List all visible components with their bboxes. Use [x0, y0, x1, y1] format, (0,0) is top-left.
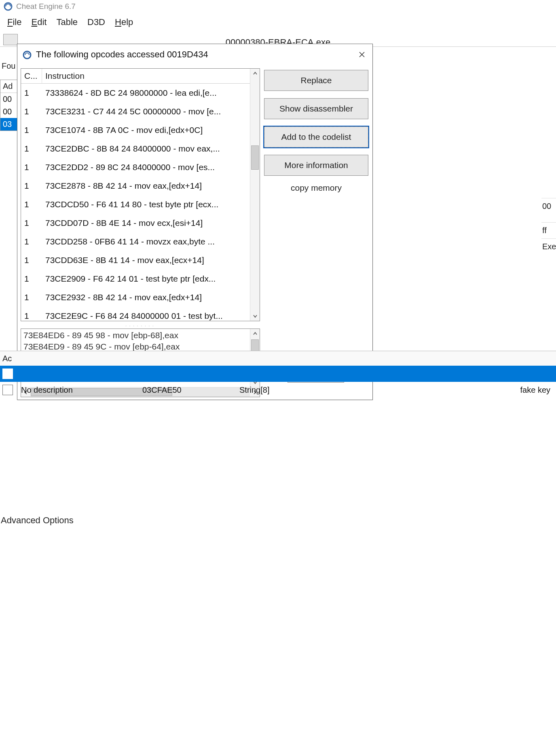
main-titlebar: Cheat Engine 6.7: [0, 0, 556, 13]
more-information-button[interactable]: More information: [264, 155, 368, 176]
active-checkbox[interactable]: [2, 385, 13, 395]
splitter-handle[interactable]: · · · · · · · ·: [21, 324, 259, 328]
opcode-row[interactable]: 173CDD63E - 8B 41 14 - mov eax,[ecx+14]: [21, 251, 250, 270]
copy-memory-label[interactable]: copy memory: [264, 183, 368, 193]
opcode-count: 1: [21, 123, 42, 137]
opcode-instruction: 73CE2932 - 8B 42 14 - mov eax,[edx+14]: [42, 290, 250, 305]
dialog-icon: [22, 49, 32, 60]
address-row[interactable]: 03: [0, 118, 19, 131]
scroll-up-icon[interactable]: [250, 69, 260, 78]
menu-edit[interactable]: Edit: [31, 17, 47, 27]
menu-file[interactable]: File: [7, 17, 21, 27]
address-row[interactable]: 00: [0, 93, 19, 105]
opcode-count: 1: [21, 272, 42, 286]
opcode-instruction: 73CE1074 - 8B 7A 0C - mov edi,[edx+0C]: [42, 123, 250, 137]
opcode-row[interactable]: 173338624 - 8D BC 24 98000000 - lea edi,…: [21, 84, 250, 102]
scroll-up-icon[interactable]: [250, 329, 260, 339]
opcode-count: 1: [21, 86, 42, 100]
opcode-row[interactable]: 173CE2932 - 8B 42 14 - mov eax,[edx+14]: [21, 288, 250, 307]
opcode-list-header[interactable]: C... Instruction: [21, 69, 250, 84]
menu-help[interactable]: Help: [115, 17, 133, 27]
add-to-codelist-button[interactable]: Add to the codelist: [264, 126, 368, 147]
right-frag-row: ff: [541, 222, 556, 238]
active-checkbox[interactable]: [2, 369, 13, 379]
opcode-count: 1: [21, 216, 42, 230]
opcode-instruction: 73CE2E9C - F6 84 24 84000000 01 - test b…: [42, 309, 250, 321]
opcode-instruction: 73CE3231 - C7 44 24 5C 00000000 - mov [e…: [42, 104, 250, 119]
scroll-thumb[interactable]: [251, 145, 259, 170]
advanced-options-button[interactable]: Advanced Options: [1, 515, 74, 526]
close-button[interactable]: [356, 49, 368, 60]
menu-d3d[interactable]: D3D: [87, 17, 105, 27]
scroll-down-icon[interactable]: [250, 311, 260, 321]
found-panel: Fou Ad 00 00 03: [0, 60, 19, 131]
open-process-button[interactable]: [3, 34, 18, 45]
opcode-count: 1: [21, 309, 42, 321]
row-description[interactable]: No description: [21, 385, 142, 395]
opcode-row[interactable]: 173CDD07D - 8B 4E 14 - mov ecx,[esi+14]: [21, 214, 250, 232]
menu-table[interactable]: Table: [56, 17, 78, 27]
address-header[interactable]: Ad: [0, 80, 19, 93]
cheat-table-header[interactable]: Ac: [0, 351, 556, 366]
row-value[interactable]: fake key: [320, 385, 554, 395]
cheat-table-row[interactable]: No description 03CFAE50 String[8] fake k…: [0, 382, 556, 398]
row-type[interactable]: String[8]: [239, 385, 320, 395]
replace-button[interactable]: Replace: [264, 70, 368, 91]
opcode-instruction: 73CDD07D - 8B 4E 14 - mov ecx,[esi+14]: [42, 216, 250, 230]
col-active-header[interactable]: Ac: [2, 354, 27, 363]
opcode-count: 1: [21, 160, 42, 175]
opcodes-dialog: The following opcodes accessed 0019D434 …: [17, 44, 373, 400]
right-frag-row: 00: [541, 198, 556, 214]
right-frag-row: Exe: [541, 238, 556, 255]
svg-point-1: [23, 51, 31, 59]
app-icon: [3, 2, 13, 11]
opcode-row[interactable]: 173CE1074 - 8B 7A 0C - mov edi,[edx+0C]: [21, 121, 250, 139]
opcode-count: 1: [21, 197, 42, 212]
opcode-instruction: 73CE2DBC - 8B 84 24 84000000 - mov eax,.…: [42, 141, 250, 156]
opcode-instruction: 73CDCD50 - F6 41 14 80 - test byte ptr […: [42, 197, 250, 212]
opcode-instruction: 73CDD258 - 0FB6 41 14 - movzx eax,byte .…: [42, 234, 250, 249]
opcode-instruction: 73CDD63E - 8B 41 14 - mov eax,[ecx+14]: [42, 253, 250, 267]
col-count-header[interactable]: C...: [21, 69, 42, 83]
opcode-instruction: 73CE2878 - 8B 42 14 - mov eax,[edx+14]: [42, 179, 250, 193]
dialog-title: The following opcodes accessed 0019D434: [36, 49, 208, 60]
opcode-row[interactable]: 173CE2DBC - 8B 84 24 84000000 - mov eax,…: [21, 139, 250, 158]
opcode-row[interactable]: 173CE2909 - F6 42 14 01 - test byte ptr …: [21, 270, 250, 288]
opcode-row[interactable]: 173CE2E9C - F6 84 24 84000000 01 - test …: [21, 307, 250, 321]
show-disassembler-button[interactable]: Show disassembler: [264, 98, 368, 119]
opcode-count: 1: [21, 234, 42, 249]
right-panel-fragment: 00 ff Exe: [541, 162, 556, 255]
address-list[interactable]: Ad 00 00 03: [0, 80, 19, 131]
disasm-line[interactable]: 73E84ED6 - 89 45 98 - mov [ebp-68],eax: [23, 330, 247, 341]
address-row[interactable]: 00: [0, 105, 19, 118]
opcode-count: 1: [21, 290, 42, 305]
cheat-table: Ac No description 03CFAE50 String[8] fak…: [0, 351, 556, 398]
found-label: Fou: [0, 60, 19, 72]
app-title: Cheat Engine 6.7: [16, 2, 76, 11]
opcode-count: 1: [21, 141, 42, 156]
opcode-row[interactable]: 173CDD258 - 0FB6 41 14 - movzx eax,byte …: [21, 232, 250, 251]
col-instruction-header[interactable]: Instruction: [42, 69, 250, 83]
opcode-count: 1: [21, 104, 42, 119]
opcode-scrollbar[interactable]: [250, 69, 260, 321]
dialog-titlebar[interactable]: The following opcodes accessed 0019D434: [17, 44, 372, 65]
cheat-table-row[interactable]: [0, 366, 556, 382]
opcode-instruction: 73CE2909 - F6 42 14 01 - test byte ptr […: [42, 272, 250, 286]
opcode-list[interactable]: C... Instruction 173338624 - 8D BC 24 98…: [21, 68, 260, 321]
opcode-instruction: 73338624 - 8D BC 24 98000000 - lea edi,[…: [42, 86, 250, 100]
opcode-count: 1: [21, 179, 42, 193]
opcode-row[interactable]: 173CE2DD2 - 89 8C 24 84000000 - mov [es.…: [21, 158, 250, 177]
opcode-count: 1: [21, 253, 42, 267]
opcode-row[interactable]: 173CDCD50 - F6 41 14 80 - test byte ptr …: [21, 195, 250, 214]
opcode-row[interactable]: 173CE2878 - 8B 42 14 - mov eax,[edx+14]: [21, 177, 250, 195]
menubar: File Edit Table D3D Help: [0, 13, 556, 32]
row-address[interactable]: 03CFAE50: [142, 385, 239, 395]
opcode-row[interactable]: 173CE3231 - C7 44 24 5C 00000000 - mov […: [21, 102, 250, 121]
opcode-instruction: 73CE2DD2 - 89 8C 24 84000000 - mov [es..…: [42, 160, 250, 175]
